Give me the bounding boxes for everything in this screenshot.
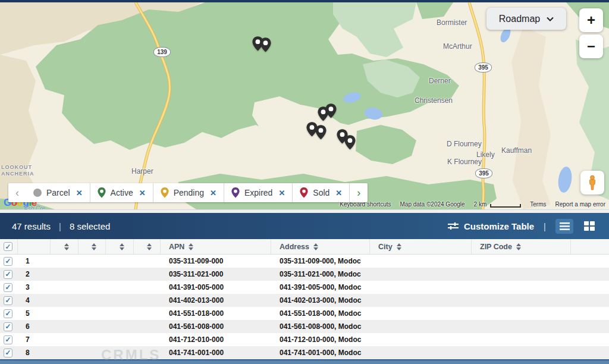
filter-chip-sold[interactable]: Sold✕ <box>293 183 350 202</box>
map-canvas[interactable]: BormisterMcArthurDernerChristensenD Flou… <box>0 2 609 209</box>
close-icon[interactable]: ✕ <box>76 189 83 197</box>
sort-toggle[interactable] <box>313 243 318 250</box>
spacer-column-header <box>571 239 609 254</box>
listing-map-pin[interactable] <box>260 37 271 52</box>
map-type-label: Roadmap <box>499 14 540 24</box>
map-pin-icon <box>161 187 169 198</box>
row-number: 3 <box>18 283 51 291</box>
filter-chip-label: Sold <box>313 188 329 197</box>
sort-column-1 <box>51 239 79 254</box>
list-view-icon <box>560 222 570 230</box>
filter-chip-pending[interactable]: Pending✕ <box>153 183 224 202</box>
place-label-mcarthur: McArthur <box>443 42 472 51</box>
sort-toggle[interactable] <box>64 243 69 250</box>
grid-view-button[interactable] <box>580 219 598 234</box>
listing-map-pin[interactable] <box>315 125 327 140</box>
sort-toggle[interactable] <box>189 243 193 250</box>
place-label-kauffman: Kauffman <box>501 146 532 155</box>
close-icon[interactable]: ✕ <box>335 189 342 197</box>
address-cell: 041-561-008-000, Modoc <box>271 322 370 331</box>
filter-chip-label: Pending <box>174 188 204 197</box>
report-map-error-link[interactable]: Report a map error <box>555 201 605 208</box>
map-data-text: Map data ©2024 Google <box>400 201 464 208</box>
row-checkbox[interactable]: ✓ <box>4 296 12 305</box>
filter-chip-parcel[interactable]: Parcel✕ <box>26 183 90 202</box>
checkbox-cell: ✓ <box>0 283 18 292</box>
table-row[interactable]: ✓4041-402-013-000041-402-013-000, Modoc <box>0 294 609 307</box>
row-checkbox[interactable]: ✓ <box>4 335 12 344</box>
list-view-button[interactable] <box>555 219 573 234</box>
table-header-row: ✓ APN Address City ZIP Code <box>0 239 609 255</box>
close-icon[interactable]: ✕ <box>210 189 216 197</box>
apn-column-header: APN <box>161 239 271 254</box>
row-checkbox[interactable]: ✓ <box>4 270 12 279</box>
sort-column-2 <box>79 239 106 254</box>
place-label-derner: Derner <box>429 77 451 85</box>
sort-toggle[interactable] <box>397 243 401 250</box>
pegman-button[interactable] <box>580 171 604 194</box>
close-icon[interactable]: ✕ <box>139 189 146 197</box>
table-row[interactable]: ✓1035-311-009-000035-311-009-000, Modoc <box>0 255 609 268</box>
filter-chip-expired[interactable]: Expired✕ <box>224 183 293 202</box>
row-number: 8 <box>18 349 51 357</box>
filter-chip-active[interactable]: Active✕ <box>90 183 153 202</box>
map-scale: 2 km <box>474 201 522 208</box>
row-checkbox[interactable]: ✓ <box>4 309 12 318</box>
city-column-header: City <box>370 239 472 254</box>
zoom-in-button[interactable]: + <box>579 8 603 32</box>
zoom-out-button[interactable]: − <box>579 34 603 58</box>
address-cell: 041-551-018-000, Modoc <box>271 309 370 318</box>
route-shield-139: 139 <box>153 47 171 57</box>
row-checkbox[interactable]: ✓ <box>4 283 12 292</box>
row-number: 4 <box>18 296 51 305</box>
address-cell: 035-311-021-000, Modoc <box>271 270 370 278</box>
address-cell: 041-391-005-000, Modoc <box>271 283 370 291</box>
place-label-bormister: Bormister <box>437 18 467 27</box>
map-pin-icon <box>231 187 240 198</box>
route-shield-395: 395 <box>475 62 492 73</box>
listing-map-pin[interactable] <box>344 135 356 150</box>
sort-column-4 <box>134 239 161 254</box>
chip-scroll-left-button[interactable]: ‹ <box>8 183 26 202</box>
listing-map-pin[interactable] <box>325 103 337 118</box>
checkbox-cell: ✓ <box>0 257 18 266</box>
sort-toggle[interactable] <box>92 243 96 250</box>
row-number: 1 <box>18 257 51 265</box>
pegman-icon <box>585 175 599 190</box>
map-pin-icon <box>300 187 308 198</box>
apn-cell: 035-311-009-000 <box>161 257 271 265</box>
row-checkbox[interactable]: ✓ <box>4 349 12 357</box>
route-shield-395: 395 <box>475 168 492 178</box>
row-number: 2 <box>18 270 51 278</box>
checkbox-cell: ✓ <box>0 296 18 305</box>
sort-toggle[interactable] <box>516 243 521 250</box>
select-all-checkbox[interactable]: ✓ <box>4 242 12 251</box>
checkbox-cell: ✓ <box>0 322 18 331</box>
sort-column-3 <box>106 239 134 254</box>
place-label-d-flourney: D Flourney <box>447 140 482 148</box>
row-checkbox[interactable]: ✓ <box>4 257 12 266</box>
checkbox-cell: ✓ <box>0 349 18 357</box>
results-table: ✓ APN Address City ZIP Code ✓1035-311-00… <box>0 239 609 359</box>
chip-scroll-right-button[interactable]: › <box>350 183 368 202</box>
horizontal-scrollbar[interactable] <box>0 359 609 364</box>
row-checkbox[interactable]: ✓ <box>4 322 12 331</box>
table-row[interactable]: ✓2035-311-021-000035-311-021-000, Modoc <box>0 268 609 281</box>
apn-cell: 041-561-008-000 <box>161 322 271 331</box>
customize-table-button[interactable]: Customize Table <box>448 221 534 231</box>
table-row[interactable]: ✓3041-391-005-000041-391-005-000, Modoc <box>0 281 609 294</box>
sort-toggle[interactable] <box>120 243 124 250</box>
row-number: 6 <box>18 322 51 331</box>
table-row[interactable]: ✓8041-741-001-000041-741-001-000, Modoc <box>0 346 609 359</box>
table-row[interactable]: ✓7041-712-010-000041-712-010-000, Modoc <box>0 333 609 346</box>
table-row[interactable]: ✓6041-561-008-000041-561-008-000, Modoc <box>0 320 609 333</box>
sort-toggle[interactable] <box>147 243 152 250</box>
sliders-icon <box>448 222 459 230</box>
scale-label: 2 km <box>474 201 487 208</box>
table-row[interactable]: ✓5041-551-018-000041-551-018-000, Modoc <box>0 307 609 320</box>
terms-link[interactable]: Terms <box>530 201 546 208</box>
close-icon[interactable]: ✕ <box>278 189 285 197</box>
zip-column-header: ZIP Code <box>472 239 571 254</box>
map-type-dropdown[interactable]: Roadmap <box>486 8 566 30</box>
row-number-column-header <box>18 239 51 254</box>
